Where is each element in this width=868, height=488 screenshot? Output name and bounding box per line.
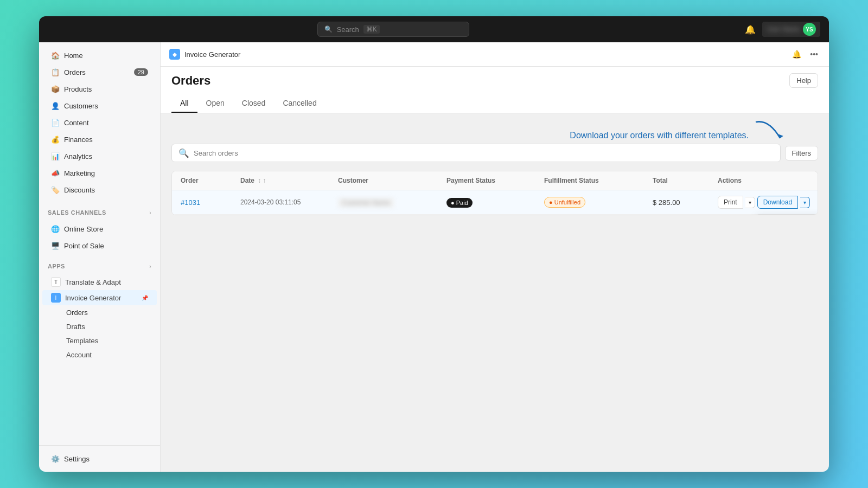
sidebar-sub-account[interactable]: Account — [42, 348, 157, 362]
pos-icon: 🖥️ — [51, 241, 60, 250]
search-orders-icon: 🔍 — [178, 148, 189, 158]
notification-icon[interactable]: 🔔 — [745, 24, 756, 35]
page-title-row: Orders Help — [171, 73, 818, 88]
sidebar-item-customers[interactable]: 👤 Customers — [42, 98, 157, 114]
col-payment: Payment Status — [446, 177, 544, 184]
global-search-box[interactable]: 🔍 Search ⌘K — [317, 22, 469, 37]
content-area: ◆ Invoice Generator 🔔 ••• Orders Help Al… — [161, 42, 829, 472]
bell-icon-button[interactable]: 🔔 — [790, 48, 803, 61]
table-header: Order Date ↕ ↑ Customer Payment Status F… — [172, 171, 818, 190]
marketing-icon: 📣 — [51, 169, 60, 177]
sidebar-item-settings[interactable]: ⚙️ Settings — [42, 451, 157, 467]
unfulfilled-badge: ● Unfulfilled — [544, 197, 585, 208]
sidebar-item-settings-label: Settings — [64, 455, 90, 463]
products-icon: 📦 — [51, 85, 60, 93]
download-split-button[interactable]: ▾ — [800, 197, 810, 208]
sidebar-item-marketing-label: Marketing — [64, 169, 95, 177]
topbar: 🔍 Search ⌘K 🔔 User Name YS — [39, 16, 829, 42]
orders-search-box[interactable]: 🔍 — [171, 144, 781, 162]
apps-chevron-icon: › — [149, 264, 151, 269]
tab-cancelled[interactable]: Cancelled — [274, 94, 325, 113]
pin-icon: 📌 — [142, 295, 148, 301]
app-header: ◆ Invoice Generator 🔔 ••• — [161, 42, 829, 67]
search-orders-input[interactable] — [194, 149, 774, 157]
sidebar-item-orders[interactable]: 📋 Orders 29 — [42, 64, 157, 80]
app-header-actions: 🔔 ••• — [790, 48, 820, 61]
sidebar-item-products[interactable]: 📦 Products — [42, 81, 157, 97]
page-title: Orders — [171, 74, 210, 88]
sidebar-item-content[interactable]: 📄 Content — [42, 114, 157, 131]
search-shortcut: ⌘K — [363, 25, 380, 34]
order-total: $ 285.00 — [653, 198, 718, 207]
user-menu[interactable]: User Name YS — [762, 22, 820, 37]
user-name: User Name — [767, 25, 800, 33]
fulfillment-status: ● Unfulfilled — [544, 197, 653, 208]
sidebar-item-finances[interactable]: 💰 Finances — [42, 131, 157, 147]
tab-all[interactable]: All — [171, 94, 197, 113]
paid-badge: ● Paid — [446, 198, 473, 208]
content-icon: 📄 — [51, 118, 60, 127]
topbar-right: 🔔 User Name YS — [745, 22, 820, 37]
sidebar-item-content-label: Content — [64, 119, 89, 127]
sidebar-item-pos[interactable]: 🖥️ Point of Sale — [42, 237, 157, 254]
orders-icon: 📋 — [51, 68, 60, 76]
sidebar-item-online-store-label: Online Store — [64, 225, 103, 233]
sidebar-item-orders-label: Orders — [64, 68, 86, 76]
sidebar-item-discounts[interactable]: 🏷️ Discounts — [42, 182, 157, 198]
customer-name: Customer Name — [338, 198, 394, 208]
print-button[interactable]: Print — [718, 196, 743, 209]
invoice-generator-icon: I — [51, 293, 61, 303]
home-icon: 🏠 — [51, 51, 60, 60]
more-options-button[interactable]: ••• — [808, 48, 820, 61]
sidebar-item-analytics[interactable]: 📊 Analytics — [42, 148, 157, 164]
online-store-icon: 🌐 — [51, 224, 60, 233]
tab-open[interactable]: Open — [197, 94, 233, 113]
col-fulfillment: Fulfillment Status — [544, 177, 653, 184]
page-header: Orders Help All Open Closed Cancelled — [161, 67, 829, 113]
main-area: 🏠 Home 📋 Orders 29 📦 Products 👤 Customer… — [39, 42, 829, 472]
col-total: Total — [653, 177, 718, 184]
sidebar-item-online-store[interactable]: 🌐 Online Store — [42, 221, 157, 237]
print-split-button[interactable]: ▾ — [745, 197, 755, 208]
sidebar-item-invoice-generator[interactable]: I Invoice Generator 📌 — [42, 290, 157, 305]
sidebar-bottom: ⚙️ Settings — [39, 445, 160, 472]
finances-icon: 💰 — [51, 135, 60, 144]
dropdown-invoice[interactable]: Invoice — [756, 215, 818, 215]
customers-icon: 👤 — [51, 101, 60, 110]
customer-cell: Customer Name — [338, 197, 446, 208]
orders-content: Download your orders with different temp… — [161, 113, 829, 472]
sidebar: 🏠 Home 📋 Orders 29 📦 Products 👤 Customer… — [39, 42, 161, 472]
topbar-search-area: 🔍 Search ⌘K — [48, 22, 738, 37]
help-button[interactable]: Help — [789, 73, 818, 88]
col-order: Order — [181, 177, 240, 184]
sidebar-item-translate[interactable]: T Translate & Adapt — [42, 274, 157, 290]
apps-section: Apps › — [39, 256, 160, 272]
orders-badge: 29 — [134, 68, 148, 76]
tabs: All Open Closed Cancelled — [171, 94, 818, 113]
sidebar-item-home[interactable]: 🏠 Home — [42, 47, 157, 63]
payment-status: ● Paid — [446, 197, 544, 208]
sidebar-item-marketing[interactable]: 📣 Marketing — [42, 165, 157, 181]
col-actions: Actions — [718, 177, 818, 184]
download-dropdown: Invoice Packing Slip Credit Note Return … — [756, 214, 818, 215]
svg-marker-0 — [777, 134, 783, 139]
col-customer: Customer — [338, 177, 446, 184]
order-number[interactable]: #1031 — [181, 198, 240, 207]
chevron-icon: › — [149, 210, 151, 216]
sidebar-sub-templates[interactable]: Templates — [42, 334, 157, 348]
sidebar-sub-drafts[interactable]: Drafts — [42, 320, 157, 333]
tab-closed[interactable]: Closed — [233, 94, 275, 113]
discounts-icon: 🏷️ — [51, 185, 60, 194]
sidebar-sub-orders[interactable]: Orders — [42, 306, 157, 319]
filters-button[interactable]: Filters — [785, 146, 818, 160]
table-row: #1031 2024-03-20 03:11:05 Customer Name … — [172, 190, 818, 215]
analytics-icon: 📊 — [51, 152, 60, 160]
app-header-title: Invoice Generator — [184, 50, 240, 59]
sidebar-item-pos-label: Point of Sale — [64, 242, 104, 250]
avatar: YS — [803, 23, 816, 36]
download-button[interactable]: Download — [757, 196, 798, 209]
sales-channels-section: Sales channels › — [39, 203, 160, 218]
sidebar-item-analytics-label: Analytics — [64, 152, 92, 160]
order-date: 2024-03-20 03:11:05 — [240, 198, 338, 206]
sidebar-item-customers-label: Customers — [64, 102, 98, 110]
